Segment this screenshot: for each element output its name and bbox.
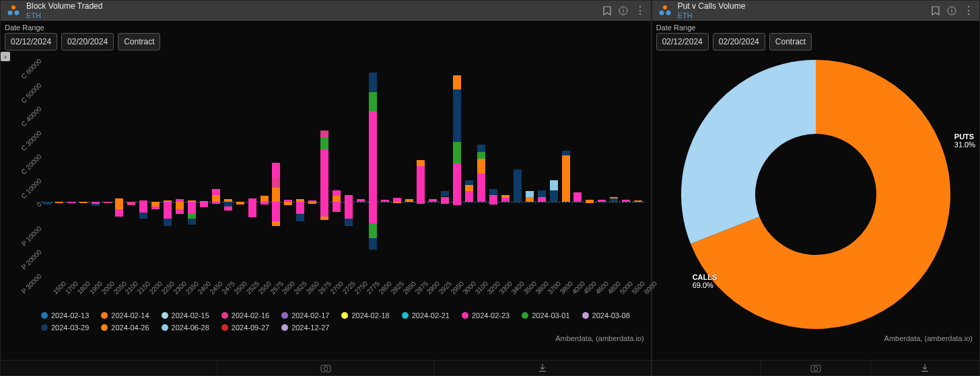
x-tick: 2850 — [401, 280, 417, 296]
contract-button[interactable]: Contract — [769, 33, 812, 50]
calls-label: CALLS69.0% — [693, 273, 718, 289]
download-icon[interactable] — [433, 361, 650, 375]
panel-footer — [652, 360, 979, 375]
legend-item[interactable]: 2024-04-26 — [101, 324, 149, 332]
x-tick: 3500 — [522, 280, 538, 296]
x-tick: 1500 — [51, 280, 67, 296]
x-tick: 2800 — [377, 280, 393, 296]
svg-text:i: i — [623, 7, 624, 14]
info-icon[interactable]: i — [619, 6, 628, 15]
donut-chart: PUTS31.0% CALLS69.0% — [652, 59, 979, 330]
bar-column — [212, 59, 220, 274]
svg-point-7 — [663, 5, 667, 9]
x-tick: 2525 — [244, 280, 260, 296]
controls-row: Date Range 02/12/2024 02/20/2024 Contrac… — [652, 21, 979, 52]
panel-header: Block Volume Traded ETH i ⋮ — [1, 1, 651, 21]
bookmark-icon[interactable] — [602, 6, 612, 15]
bar-column — [127, 59, 135, 274]
bar-column — [417, 59, 425, 274]
x-tick: 3700 — [546, 280, 562, 296]
bar-column — [622, 59, 630, 274]
contract-button[interactable]: Contract — [118, 33, 160, 50]
date-start-input[interactable]: 02/12/2024 — [5, 33, 57, 50]
panel-subtitle: ETH — [678, 11, 746, 20]
legend-item[interactable]: 2024-06-28 — [162, 324, 209, 332]
attribution-text: Amberdata, (amberdata.io) — [555, 334, 643, 342]
bar-column — [164, 59, 172, 274]
legend-item[interactable]: 2024-02-13 — [41, 311, 89, 319]
bar-column — [200, 59, 208, 274]
menu-icon[interactable]: ⋮ — [635, 5, 645, 16]
legend-item[interactable]: 2024-03-08 — [582, 311, 630, 319]
bar-column — [236, 59, 244, 274]
bar-column — [79, 59, 88, 274]
legend-item[interactable]: 2024-02-15 — [162, 311, 209, 319]
panel-header: Put v Calls Volume ETH i ⋮ — [652, 1, 979, 21]
date-range-label: Date Range — [5, 24, 647, 32]
chart-legend: 2024-02-132024-02-142024-02-152024-02-16… — [41, 311, 644, 332]
bar-column — [369, 59, 377, 274]
svg-point-13 — [814, 367, 818, 371]
date-start-input[interactable]: 02/12/2024 — [656, 33, 709, 50]
svg-point-6 — [324, 367, 328, 371]
legend-item[interactable]: 2024-02-16 — [221, 311, 269, 319]
x-tick: 2500 — [232, 280, 248, 296]
download-icon[interactable] — [870, 361, 979, 375]
donut-slice[interactable] — [681, 60, 816, 244]
block-volume-panel: Block Volume Traded ETH i ⋮ Date Range 0… — [0, 0, 652, 376]
menu-icon[interactable]: ⋮ — [963, 5, 974, 16]
legend-item[interactable]: 2024-03-29 — [41, 324, 89, 332]
legend-item[interactable]: 2024-12-27 — [281, 324, 329, 332]
camera-icon[interactable] — [217, 361, 433, 375]
bar-column — [320, 59, 328, 274]
legend-item[interactable]: 2024-02-21 — [402, 311, 450, 319]
bar-column — [477, 59, 485, 274]
camera-icon[interactable] — [761, 361, 870, 375]
bar-column — [67, 59, 75, 274]
bar-column — [188, 59, 196, 274]
bar-column — [176, 59, 184, 274]
x-tick: 2400 — [197, 280, 213, 296]
legend-item[interactable]: 2024-02-14 — [101, 311, 149, 319]
legend-item[interactable]: 2024-02-23 — [462, 311, 510, 319]
info-icon[interactable]: i — [947, 6, 956, 15]
x-tick: 3400 — [510, 280, 526, 296]
bar-column — [248, 59, 256, 274]
x-tick: 2450 — [208, 280, 224, 296]
x-tick: 2000 — [100, 280, 116, 296]
svg-point-1 — [8, 11, 13, 15]
expand-icon[interactable]: › — [1, 52, 10, 61]
amberdata-logo-icon — [658, 5, 672, 17]
bar-column — [381, 59, 389, 274]
x-tick: 3600 — [534, 280, 550, 296]
bar-column — [357, 59, 365, 274]
date-end-input[interactable]: 02/20/2024 — [61, 33, 114, 50]
x-tick: 2550 — [256, 280, 273, 296]
svg-point-2 — [15, 11, 20, 15]
bar-column — [284, 59, 292, 274]
bar-column — [634, 59, 642, 274]
legend-item[interactable]: 2024-09-27 — [221, 324, 269, 332]
bar-column — [405, 59, 413, 274]
bar-column — [465, 59, 473, 274]
legend-item[interactable]: 2024-02-18 — [341, 311, 389, 319]
x-tick: 3800 — [558, 280, 574, 296]
legend-item[interactable]: 2024-03-01 — [522, 311, 569, 319]
x-tick: 1900 — [88, 280, 104, 296]
bar-column — [562, 59, 570, 274]
panel-title: Put v Calls Volume — [678, 2, 746, 11]
bar-column — [393, 59, 401, 274]
x-tick: 1800 — [75, 280, 92, 296]
panel-title: Block Volume Traded — [26, 2, 102, 11]
date-end-input[interactable]: 02/20/2024 — [713, 33, 765, 50]
bar-column — [429, 59, 437, 274]
x-tick: 2825 — [389, 280, 405, 296]
bar-column — [308, 59, 316, 274]
bar-column — [550, 59, 558, 274]
controls-row: Date Range 02/12/2024 02/20/2024 Contrac… — [1, 21, 651, 52]
bar-column — [43, 59, 51, 274]
bookmark-icon[interactable] — [931, 6, 940, 15]
legend-item[interactable]: 2024-02-17 — [281, 311, 329, 319]
x-tick: 1700 — [63, 280, 79, 296]
x-tick: 2750 — [353, 280, 369, 296]
